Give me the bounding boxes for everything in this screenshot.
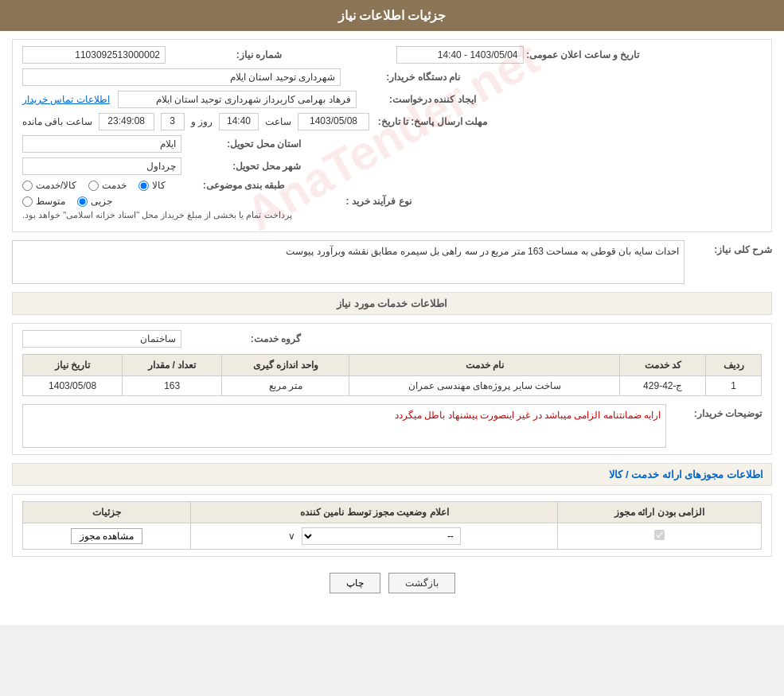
category-kala-khadamat-option[interactable]: کالا/خدمت [22, 180, 76, 191]
announcement-datetime-value: 1403/05/04 - 14:40 [396, 46, 524, 64]
creator-label: ایجاد کننده درخواست: [365, 94, 476, 105]
buyer-notes-label: توضیحات خریدار: [674, 404, 762, 419]
permissions-table-body: -- ∨ مشاهده مجوز [23, 523, 762, 550]
response-days-label: روز و [191, 116, 213, 127]
services-table: ردیف کد خدمت نام خدمت واحد اندازه گیری ت… [22, 354, 762, 396]
category-radio-group: کالا/خدمت خدمت کالا [22, 180, 166, 191]
permissions-section-inner: الزامی بودن ارائه مجوز اعلام وضعیت مجوز … [13, 495, 771, 556]
services-table-header: ردیف کد خدمت نام خدمت واحد اندازه گیری ت… [23, 355, 762, 376]
services-section-title: اطلاعات خدمات مورد نیاز [12, 292, 772, 315]
response-days: 3 [161, 113, 185, 130]
announcement-datetime-label: تاریخ و ساعت اعلان عمومی: [529, 49, 640, 60]
response-time: 14:40 [219, 113, 259, 130]
purchase-type-motavaset-option[interactable]: متوسط [22, 196, 65, 207]
general-info-inner: تاریخ و ساعت اعلان عمومی: 1403/05/04 - 1… [13, 40, 771, 231]
services-section-inner: گروه خدمت: ساختمان ردیف کد خدمت نام خدمت… [13, 324, 771, 454]
col-unit: واحد اندازه گیری [222, 355, 349, 376]
city-value: چرداول [22, 157, 181, 175]
status-select[interactable]: -- [302, 527, 461, 545]
cell-service-code: ج-42-429 [620, 376, 706, 396]
page-wrapper: جزئیات اطلاعات نیاز AnaTender.net تاریخ … [0, 0, 784, 625]
cell-status[interactable]: -- ∨ [191, 523, 558, 550]
response-remaining-label: ساعت باقی مانده [22, 116, 92, 127]
permissions-section-title: اطلاعات مجوزهای ارائه خدمت / کالا [12, 463, 772, 486]
cell-required [558, 523, 762, 550]
services-section: گروه خدمت: ساختمان ردیف کد خدمت نام خدمت… [12, 323, 772, 455]
permissions-table-header: الزامی بودن ارائه مجوز اعلام وضعیت مجوز … [23, 502, 762, 523]
category-khadamat-radio[interactable] [88, 181, 99, 191]
purchase-type-radio-group: متوسط جزیی [22, 196, 292, 207]
response-time-label: ساعت [265, 116, 291, 127]
col-qty: تعداد / مقدار [123, 355, 222, 376]
col-details: جزئیات [23, 502, 191, 523]
permissions-section: الزامی بودن ارائه مجوز اعلام وضعیت مجوز … [12, 494, 772, 557]
general-info-section: AnaTender.net تاریخ و ساعت اعلان عمومی: … [12, 39, 772, 232]
service-group-label: گروه خدمت: [189, 333, 301, 344]
page-title: جزئیات اطلاعات نیاز [338, 9, 447, 22]
page-header: جزئیات اطلاعات نیاز [0, 0, 784, 31]
permissions-table: الزامی بودن ارائه مجوز اعلام وضعیت مجوز … [22, 501, 762, 550]
cell-service-name: ساخت سایر پروژه‌های مهندسی عمران [349, 376, 620, 396]
col-service-name: نام خدمت [349, 355, 620, 376]
buyer-org-label: نام دستگاه خریدار: [349, 72, 460, 83]
buyer-org-value: شهرداری توحید استان ایلام [22, 68, 341, 86]
need-description-label: شرح کلی نیاز: [692, 240, 772, 255]
cell-qty: 163 [123, 376, 222, 396]
category-kala-label: کالا [152, 180, 166, 191]
cell-details[interactable]: مشاهده مجوز [23, 523, 191, 550]
required-checkbox [654, 530, 665, 540]
category-khadamat-option[interactable]: خدمت [88, 180, 127, 191]
footer-buttons: بازگشت چاپ [0, 573, 784, 593]
category-khadamat-label: خدمت [102, 180, 127, 191]
contact-link[interactable]: اطلاعات تماس خریدار [22, 94, 110, 105]
buyer-notes-text: ارایه ضمانتنامه الزامی میباشد در غیر این… [22, 404, 666, 448]
col-date: تاریخ نیاز [23, 355, 123, 376]
buyer-notes-section: توضیحات خریدار: ارایه ضمانتنامه الزامی م… [22, 404, 762, 448]
category-label: طبقه بندی موضوعی: [174, 180, 285, 191]
cell-date: 1403/05/08 [23, 376, 123, 396]
col-row-num: ردیف [706, 355, 762, 376]
response-deadline-label: مهلت ارسال پاسخ: تا تاریخ: [376, 116, 487, 127]
col-service-code: کد خدمت [620, 355, 706, 376]
category-kala-radio[interactable] [138, 181, 149, 191]
purchase-type-desc: پرداخت تمام یا بخشی از مبلغ خریداز محل "… [22, 210, 292, 220]
print-button[interactable]: چاپ [330, 573, 380, 593]
need-description-text: احداث سایه بان قوطی به مساحت 163 متر مرب… [12, 240, 685, 284]
province-label: استان محل تحویل: [189, 138, 301, 150]
response-date: 1403/05/08 [298, 113, 369, 130]
col-required: الزامی بودن ارائه مجوز [558, 502, 762, 523]
city-label: شهر محل تحویل: [189, 161, 301, 172]
cell-unit: متر مربع [222, 376, 349, 396]
service-group-value: ساختمان [22, 330, 181, 348]
need-number-label: شماره نیاز: [170, 49, 282, 60]
purchase-type-motavaset-label: متوسط [36, 196, 65, 207]
back-button[interactable]: بازگشت [388, 573, 455, 593]
need-number-value: 1103092513000002 [22, 46, 166, 64]
table-row: 1 ج-42-429 ساخت سایر پروژه‌های مهندسی عم… [23, 376, 762, 396]
response-remaining: 23:49:08 [99, 113, 154, 130]
view-permit-button[interactable]: مشاهده مجوز [71, 528, 142, 544]
dropdown-arrow: ∨ [288, 531, 295, 542]
purchase-type-jozii-option[interactable]: جزیی [77, 196, 112, 207]
cell-row-num: 1 [706, 376, 762, 396]
services-table-body: 1 ج-42-429 ساخت سایر پروژه‌های مهندسی عم… [23, 376, 762, 396]
col-status: اعلام وضعیت مجوز توسط نامین کننده [191, 502, 558, 523]
creator-value: فرهاد بهرامی کاربرداز شهرداری توحید استا… [118, 91, 357, 108]
category-kala-khadamat-radio[interactable] [22, 181, 33, 191]
need-description-section: شرح کلی نیاز: احداث سایه بان قوطی به مسا… [12, 240, 772, 284]
province-value: ایلام [22, 135, 181, 153]
purchase-type-motavaset-radio[interactable] [22, 196, 33, 207]
purchase-type-label: نوع فرآیند خرید : [300, 196, 412, 207]
category-kala-option[interactable]: کالا [138, 180, 166, 191]
table-row: -- ∨ مشاهده مجوز [23, 523, 762, 550]
purchase-type-jozii-label: جزیی [91, 196, 112, 207]
purchase-type-jozii-radio[interactable] [77, 196, 88, 207]
category-kala-khadamat-label: کالا/خدمت [36, 180, 76, 191]
